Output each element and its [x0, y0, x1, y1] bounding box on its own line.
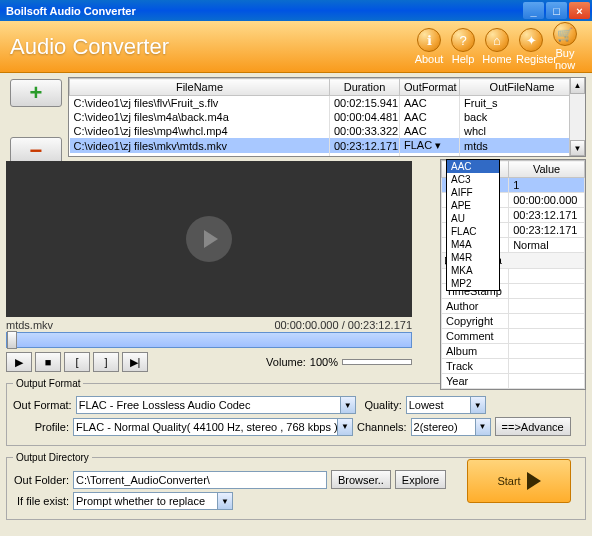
dropdown-option[interactable]: APE: [447, 199, 499, 212]
format-dropdown[interactable]: AAC AC3 AIFF APE AU FLAC M4A M4R MKA MP2: [446, 159, 500, 291]
col-outformat[interactable]: OutFormat: [400, 79, 460, 96]
chevron-down-icon[interactable]: ▼: [475, 419, 490, 435]
volume-slider[interactable]: [342, 359, 412, 365]
chevron-down-icon[interactable]: ▼: [337, 419, 352, 435]
window-title: Boilsoft Audio Converter: [6, 5, 521, 17]
slider-thumb[interactable]: [7, 331, 17, 349]
prop-row[interactable]: Album: [442, 344, 585, 359]
chevron-down-icon[interactable]: ▼: [217, 493, 232, 509]
dropdown-option[interactable]: M4R: [447, 251, 499, 264]
close-button[interactable]: ×: [569, 2, 590, 19]
preview-time: 00:00:00.000 / 00:23:12.171: [274, 319, 412, 331]
register-button[interactable]: ✦Register: [516, 28, 546, 65]
prop-row[interactable]: Copyright: [442, 314, 585, 329]
scroll-down-icon[interactable]: ▼: [570, 140, 585, 156]
col-outfilename[interactable]: OutFileName: [460, 79, 585, 96]
key-icon: ✦: [519, 28, 543, 52]
col-duration[interactable]: Duration: [330, 79, 400, 96]
output-directory-legend: Output Directory: [13, 452, 92, 463]
next-button[interactable]: ▶|: [122, 352, 148, 372]
out-folder-label: Out Folder:: [13, 474, 69, 486]
prop-row[interactable]: Author: [442, 299, 585, 314]
grid-scrollbar[interactable]: ▲▼: [569, 78, 585, 156]
dropdown-option[interactable]: AAC: [447, 160, 499, 173]
grid-header-row: FileName Duration OutFormat OutFileName: [70, 79, 585, 96]
about-button[interactable]: ℹAbout: [414, 28, 444, 65]
prop-row[interactable]: Comment: [442, 329, 585, 344]
prop-row[interactable]: Track: [442, 359, 585, 374]
start-button[interactable]: Start: [467, 459, 571, 503]
table-row[interactable]: C:\video1\zj files\mov\doom3_e32003_pc3_…: [70, 153, 585, 157]
col-value[interactable]: Value: [509, 161, 585, 178]
seek-slider[interactable]: [6, 332, 412, 348]
add-file-button[interactable]: +: [10, 79, 62, 107]
file-grid[interactable]: FileName Duration OutFormat OutFileName …: [68, 77, 586, 157]
play-button[interactable]: ▶: [6, 352, 32, 372]
quality-label: Quality:: [360, 399, 402, 411]
chevron-down-icon[interactable]: ▾: [435, 139, 441, 151]
prop-row[interactable]: Year: [442, 374, 585, 389]
table-row[interactable]: C:\video1\zj files\m4a\back.m4a00:00:04.…: [70, 110, 585, 124]
preview-filename: mtds.mkv: [6, 319, 53, 331]
chevron-down-icon[interactable]: ▼: [340, 397, 355, 413]
home-icon: ⌂: [485, 28, 509, 52]
help-icon: ?: [451, 28, 475, 52]
output-format-legend: Output Format: [13, 378, 83, 389]
cart-icon: 🛒: [553, 22, 577, 46]
mark-in-button[interactable]: [: [64, 352, 90, 372]
play-icon[interactable]: [186, 216, 232, 262]
volume-label: Volume:: [266, 356, 306, 368]
dropdown-option[interactable]: AU: [447, 212, 499, 225]
channels-label: Channels:: [357, 421, 407, 433]
mark-out-button[interactable]: ]: [93, 352, 119, 372]
out-folder-input[interactable]: [73, 471, 327, 489]
browser-button[interactable]: Browser..: [331, 470, 391, 489]
chevron-down-icon[interactable]: ▼: [470, 397, 485, 413]
dropdown-option[interactable]: MKA: [447, 264, 499, 277]
scroll-up-icon[interactable]: ▲: [570, 78, 585, 94]
video-preview[interactable]: [6, 161, 412, 317]
out-format-select[interactable]: [76, 396, 356, 414]
home-button[interactable]: ⌂Home: [482, 28, 512, 65]
output-directory-group: Output Directory Out Folder: Browser.. E…: [6, 452, 586, 520]
dropdown-option[interactable]: MP2: [447, 277, 499, 290]
app-title: Audio Converter: [10, 34, 412, 60]
volume-value: 100%: [310, 356, 338, 368]
if-exist-label: If file exist:: [13, 495, 69, 507]
dropdown-option[interactable]: M4A: [447, 238, 499, 251]
explore-button[interactable]: Explore: [395, 470, 446, 489]
dropdown-option[interactable]: AIFF: [447, 186, 499, 199]
profile-select[interactable]: [73, 418, 353, 436]
titlebar[interactable]: Boilsoft Audio Converter _ □ ×: [0, 0, 592, 21]
table-row[interactable]: C:\video1\zj files\flv\Fruit_s.flv00:02:…: [70, 96, 585, 111]
buy-button[interactable]: 🛒Buy now: [550, 22, 580, 71]
col-filename[interactable]: FileName: [70, 79, 330, 96]
profile-label: Profile:: [13, 421, 69, 433]
out-format-label: Out Format:: [13, 399, 72, 411]
help-button[interactable]: ?Help: [448, 28, 478, 65]
table-row[interactable]: C:\video1\zj files\mp4\whcl.mp400:00:33.…: [70, 124, 585, 138]
dropdown-option[interactable]: FLAC: [447, 225, 499, 238]
if-exist-select[interactable]: [73, 492, 233, 510]
info-icon: ℹ: [417, 28, 441, 52]
advance-button[interactable]: ==>Advance: [495, 417, 571, 436]
stop-button[interactable]: ■: [35, 352, 61, 372]
table-row-selected[interactable]: C:\video1\zj files\mkv\mtds.mkv00:23:12.…: [70, 138, 585, 153]
app-header: Audio Converter ℹAbout ?Help ⌂Home ✦Regi…: [0, 21, 592, 73]
maximize-button[interactable]: □: [546, 2, 567, 19]
minimize-button[interactable]: _: [523, 2, 544, 19]
dropdown-option[interactable]: AC3: [447, 173, 499, 186]
